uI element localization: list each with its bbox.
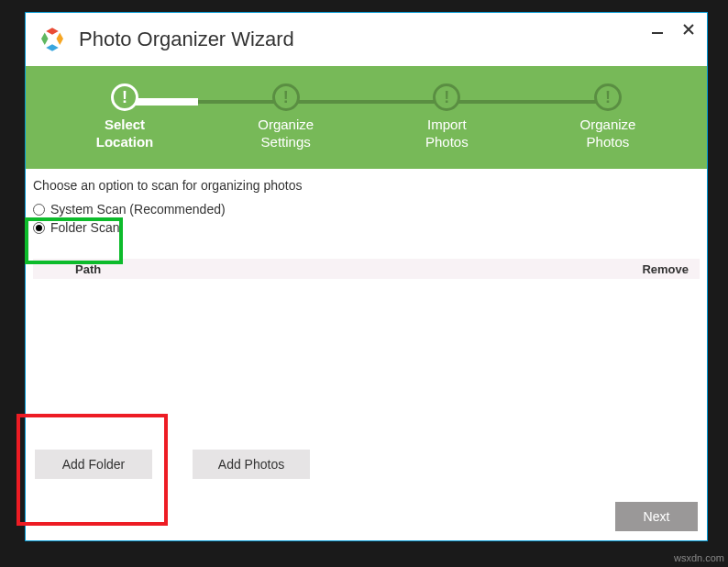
table-header: Path Remove bbox=[33, 259, 700, 279]
exclaim-icon: ! bbox=[605, 88, 611, 107]
step-organize-settings[interactable]: ! OrganizeSettings bbox=[240, 83, 332, 151]
wizard-steps: ! SelectLocation ! OrganizeSettings ! Im… bbox=[26, 66, 707, 169]
exclaim-icon: ! bbox=[444, 88, 449, 107]
add-photos-button[interactable]: Add Photos bbox=[193, 450, 310, 479]
radio-system-scan[interactable]: System Scan (Recommended) bbox=[33, 202, 700, 217]
window-title: Photo Organizer Wizard bbox=[79, 28, 650, 51]
step-select-location[interactable]: ! SelectLocation bbox=[79, 83, 171, 151]
radio-icon bbox=[33, 204, 45, 216]
close-button[interactable] bbox=[681, 22, 696, 37]
radio-label: System Scan (Recommended) bbox=[50, 202, 226, 217]
titlebar: Photo Organizer Wizard bbox=[26, 13, 707, 66]
watermark: wsxdn.com bbox=[674, 552, 724, 563]
table-body bbox=[33, 279, 700, 415]
add-folder-button[interactable]: Add Folder bbox=[35, 450, 152, 479]
col-path: Path bbox=[75, 262, 101, 276]
svg-rect-0 bbox=[652, 32, 663, 34]
instruction-text: Choose an option to scan for organizing … bbox=[33, 178, 700, 193]
col-remove: Remove bbox=[642, 262, 689, 276]
step-organize-photos[interactable]: ! OrganizePhotos bbox=[562, 83, 654, 151]
minimize-button[interactable] bbox=[650, 22, 665, 37]
app-logo-icon bbox=[39, 26, 66, 53]
radio-label: Folder Scan bbox=[50, 220, 119, 235]
exclaim-icon: ! bbox=[122, 88, 127, 107]
content-area: Choose an option to scan for organizing … bbox=[26, 169, 707, 540]
step-import-photos[interactable]: ! ImportPhotos bbox=[401, 83, 492, 151]
radio-icon bbox=[33, 222, 45, 234]
radio-folder-scan[interactable]: Folder Scan bbox=[33, 220, 700, 235]
exclaim-icon: ! bbox=[283, 88, 289, 107]
wizard-window: Photo Organizer Wizard ! SelectLocation … bbox=[25, 12, 708, 541]
next-button[interactable]: Next bbox=[615, 502, 698, 531]
